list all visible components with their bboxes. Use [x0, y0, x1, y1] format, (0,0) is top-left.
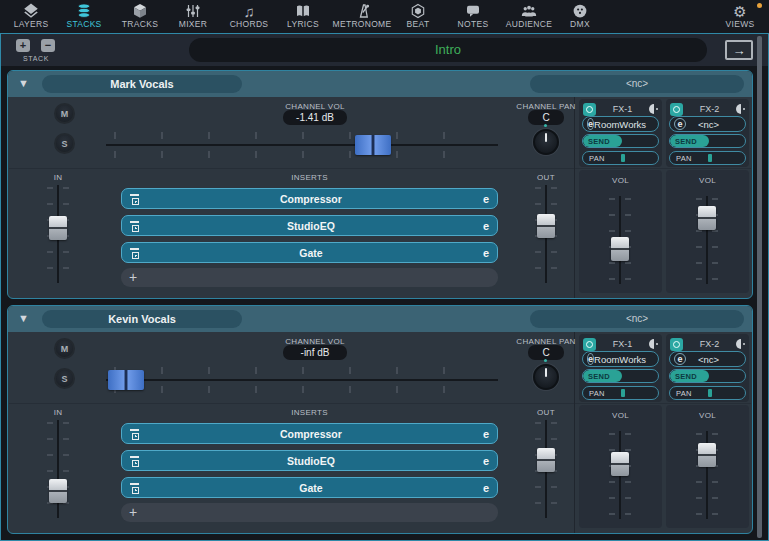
pan-knob[interactable]	[533, 129, 559, 155]
channel-vol-value[interactable]: -inf dB	[283, 345, 347, 360]
insert-slot[interactable]: StudioEQ e	[121, 215, 498, 236]
mute-button[interactable]: M	[54, 103, 75, 124]
fx-send-slider[interactable]: SEND	[582, 134, 659, 148]
toolbar-item-mixer[interactable]: MIXER	[163, 2, 223, 32]
main-content: + − STACK Intro → ▼ Mark Vocals <nc> M S…	[0, 33, 769, 541]
insert-edit-button[interactable]: e	[483, 247, 489, 259]
vertical-scrollbar[interactable]	[757, 36, 762, 538]
fx-vol-fader-handle[interactable]	[698, 443, 716, 467]
input-fader-handle[interactable]	[49, 216, 67, 240]
bypass-icon[interactable]	[130, 221, 139, 231]
fx-pan-handle[interactable]	[621, 389, 625, 397]
fx-power-button[interactable]	[583, 338, 596, 351]
solo-button[interactable]: S	[54, 368, 75, 389]
channel-vol-value[interactable]: -1.41 dB	[283, 110, 347, 125]
fx-pan-slider[interactable]: PAN	[669, 151, 746, 165]
fx-plugin-slot[interactable]: e RoomWorks	[582, 351, 659, 367]
fx-prepost-icon[interactable]	[649, 339, 658, 349]
toolbar-item-stacks[interactable]: STACKS	[54, 2, 114, 32]
input-fader[interactable]	[47, 185, 69, 283]
insert-edit-button[interactable]: e	[483, 428, 489, 440]
fx-pan-handle[interactable]	[708, 154, 712, 162]
toolbar-item-dmx[interactable]: DMX	[550, 2, 610, 32]
input-fader-handle[interactable]	[49, 479, 67, 503]
toolbar-item-chords[interactable]: ♫ CHORDS	[219, 2, 279, 32]
fx-prepost-icon[interactable]	[736, 104, 745, 114]
fx-vol-fader[interactable]	[609, 196, 631, 284]
insert-edit-button[interactable]: e	[483, 482, 489, 494]
channel-vol-fader-handle[interactable]	[355, 135, 391, 155]
fx-pan-handle[interactable]	[708, 389, 712, 397]
input-fader[interactable]	[47, 420, 69, 518]
fx-edit-button[interactable]: e	[587, 118, 594, 130]
fx-prepost-icon[interactable]	[649, 104, 658, 114]
fx-prepost-icon[interactable]	[736, 339, 745, 349]
fx-edit-button[interactable]: e	[674, 353, 686, 365]
channel-vol-fader-handle[interactable]	[108, 370, 144, 390]
bypass-icon[interactable]	[130, 483, 139, 493]
song-part-field[interactable]: Intro	[189, 38, 707, 62]
insert-slot[interactable]: Gate e	[121, 242, 498, 263]
insert-edit-button[interactable]: e	[483, 193, 489, 205]
toolbar-item-lyrics[interactable]: LYRICS	[273, 2, 333, 32]
toolbar-item-beat[interactable]: BEAT	[388, 2, 448, 32]
fx-plugin-slot[interactable]: e <nc>	[669, 351, 746, 367]
bypass-icon[interactable]	[130, 248, 139, 258]
fx-plugin-slot[interactable]: e RoomWorks	[582, 116, 659, 132]
fx-send-slider[interactable]: SEND	[669, 369, 746, 383]
channel-vol-fader[interactable]	[106, 132, 498, 158]
fx-send-slider[interactable]: SEND	[582, 369, 659, 383]
stack-name-field[interactable]: Kevin Vocals	[42, 310, 242, 328]
bypass-icon[interactable]	[130, 194, 139, 204]
fx-vol-fader-handle[interactable]	[698, 206, 716, 230]
insert-slot[interactable]: Gate e	[121, 477, 498, 498]
collapse-triangle-icon[interactable]: ▼	[18, 77, 29, 90]
fx-power-button[interactable]	[670, 338, 683, 351]
fx-plugin-slot[interactable]: e <nc>	[669, 116, 746, 132]
fx-pan-slider[interactable]: PAN	[582, 386, 659, 400]
toolbar-item-layers[interactable]: LAYERS	[1, 2, 61, 32]
next-part-button[interactable]: →	[725, 40, 753, 60]
channel-pan-value[interactable]: C	[528, 110, 564, 125]
stack-routing-field[interactable]: <nc>	[530, 75, 744, 93]
fx-power-button[interactable]	[670, 103, 683, 116]
stack-name-field[interactable]: Mark Vocals	[42, 75, 242, 93]
output-fader[interactable]	[535, 420, 557, 518]
add-stack-button[interactable]: +	[16, 39, 30, 52]
fx-pan-handle[interactable]	[621, 154, 625, 162]
pan-knob[interactable]	[533, 364, 559, 390]
toolbar-item-metronome[interactable]: METRONOME	[332, 2, 392, 32]
insert-slot[interactable]: StudioEQ e	[121, 450, 498, 471]
stack-routing-field[interactable]: <nc>	[530, 310, 744, 328]
fx-power-button[interactable]	[583, 103, 596, 116]
output-fader[interactable]	[535, 185, 557, 283]
bypass-icon[interactable]	[130, 456, 139, 466]
fx-vol-fader[interactable]	[696, 431, 718, 519]
collapse-triangle-icon[interactable]: ▼	[18, 312, 29, 325]
fx-vol-fader-handle[interactable]	[611, 237, 629, 261]
solo-button[interactable]: S	[54, 133, 75, 154]
fx-vol-fader[interactable]	[609, 431, 631, 519]
insert-slot[interactable]: Compressor e	[121, 188, 498, 209]
fx-edit-button[interactable]: e	[587, 353, 594, 365]
insert-slot[interactable]: Compressor e	[121, 423, 498, 444]
fx-edit-button[interactable]: e	[674, 118, 686, 130]
fx-vol-fader[interactable]	[696, 196, 718, 284]
toolbar-item-tracks[interactable]: TRACKS	[110, 2, 170, 32]
output-fader-handle[interactable]	[537, 448, 555, 472]
fx-pan-slider[interactable]: PAN	[669, 386, 746, 400]
add-insert-slot[interactable]: +	[121, 268, 498, 287]
fx-pan-slider[interactable]: PAN	[582, 151, 659, 165]
mute-button[interactable]: M	[54, 338, 75, 359]
channel-vol-fader[interactable]	[106, 367, 498, 393]
bypass-icon[interactable]	[130, 429, 139, 439]
channel-pan-value[interactable]: C	[528, 345, 564, 360]
output-fader-handle[interactable]	[537, 214, 555, 238]
insert-edit-button[interactable]: e	[483, 220, 489, 232]
fx-vol-fader-handle[interactable]	[611, 452, 629, 476]
fx-send-slider[interactable]: SEND	[669, 134, 746, 148]
add-insert-slot[interactable]: +	[121, 503, 498, 522]
remove-stack-button[interactable]: −	[41, 39, 55, 52]
insert-edit-button[interactable]: e	[483, 455, 489, 467]
toolbar-item-notes[interactable]: NOTES	[443, 2, 503, 32]
